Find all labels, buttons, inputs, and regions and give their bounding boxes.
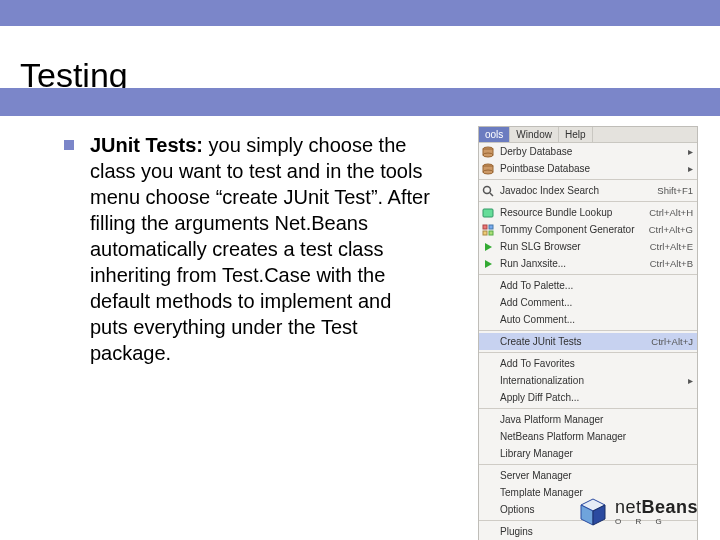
menu-item[interactable]: Server Manager bbox=[479, 467, 697, 484]
blank-icon bbox=[481, 447, 495, 461]
db-icon bbox=[481, 145, 495, 159]
menu-item[interactable]: Pointbase Database▸ bbox=[479, 160, 697, 177]
title-area: Testing bbox=[0, 26, 720, 88]
menu-item-shortcut: Ctrl+Alt+H bbox=[649, 207, 693, 218]
menu-item[interactable]: Internationalization▸ bbox=[479, 372, 697, 389]
blank-icon bbox=[481, 279, 495, 293]
menu-item-create-junit-tests[interactable]: Create JUnit TestsCtrl+Alt+J bbox=[479, 333, 697, 350]
menu-item-label: Add To Palette... bbox=[500, 280, 693, 291]
menu-item-label: Internationalization bbox=[500, 375, 681, 386]
blank-icon bbox=[481, 357, 495, 371]
blank-icon bbox=[481, 430, 495, 444]
svg-point-5 bbox=[483, 170, 493, 174]
search-icon bbox=[481, 184, 495, 198]
menu-item[interactable]: Auto Comment... bbox=[479, 311, 697, 328]
menu-item-label: Javadoc Index Search bbox=[500, 185, 651, 196]
menu-separator bbox=[479, 179, 697, 180]
menu-item[interactable]: NetBeans Platform Manager bbox=[479, 428, 697, 445]
svg-line-7 bbox=[490, 193, 493, 196]
logo-text: netBeans O R G bbox=[615, 498, 698, 526]
bullet-label: JUnit Tests: bbox=[90, 134, 203, 156]
menu-item-shortcut: Ctrl+Alt+B bbox=[650, 258, 693, 269]
blank-icon bbox=[481, 296, 495, 310]
menu-tab-tools[interactable]: ools bbox=[479, 127, 510, 142]
menu-tab-window[interactable]: Window bbox=[510, 127, 559, 142]
blank-icon bbox=[481, 486, 495, 500]
menu-item[interactable]: Run SLG BrowserCtrl+Alt+E bbox=[479, 238, 697, 255]
menu-item-label: Apply Diff Patch... bbox=[500, 392, 693, 403]
menu-item-label: Library Manager bbox=[500, 448, 693, 459]
svg-rect-9 bbox=[483, 225, 487, 229]
blank-icon bbox=[481, 335, 495, 349]
body-content: JUnit Tests: you simply choose the class… bbox=[64, 132, 430, 366]
chevron-right-icon: ▸ bbox=[685, 146, 693, 157]
blank-icon bbox=[481, 503, 495, 517]
menu-separator bbox=[479, 274, 697, 275]
blank-icon bbox=[481, 525, 495, 539]
menu-separator bbox=[479, 464, 697, 465]
run-icon bbox=[481, 257, 495, 271]
blank-icon bbox=[481, 313, 495, 327]
svg-marker-13 bbox=[485, 243, 492, 251]
menu-item[interactable]: Derby Database▸ bbox=[479, 143, 697, 160]
db-icon bbox=[481, 162, 495, 176]
svg-rect-10 bbox=[489, 225, 493, 229]
blank-icon bbox=[481, 374, 495, 388]
menu-item-shortcut: Ctrl+Alt+J bbox=[651, 336, 693, 347]
banner-top-stripe bbox=[0, 0, 720, 26]
menu-tab-help[interactable]: Help bbox=[559, 127, 593, 142]
cube-icon bbox=[579, 498, 607, 526]
menu-separator bbox=[479, 408, 697, 409]
svg-rect-12 bbox=[489, 231, 493, 235]
menu-item[interactable]: Tommy Component GeneratorCtrl+Alt+G bbox=[479, 221, 697, 238]
bullet-icon bbox=[64, 140, 74, 150]
chevron-right-icon: ▸ bbox=[685, 163, 693, 174]
menu-item-shortcut: Ctrl+Alt+E bbox=[650, 241, 693, 252]
logo-brand-bold: Beans bbox=[641, 497, 698, 517]
menu-separator bbox=[479, 201, 697, 202]
svg-rect-11 bbox=[483, 231, 487, 235]
svg-point-6 bbox=[484, 186, 491, 193]
menu-item-label: Tommy Component Generator bbox=[500, 224, 643, 235]
menu-item-label: Pointbase Database bbox=[500, 163, 681, 174]
menu-item-label: Add Comment... bbox=[500, 297, 693, 308]
menu-item-label: Derby Database bbox=[500, 146, 681, 157]
svg-marker-14 bbox=[485, 260, 492, 268]
menu-item-label: Run SLG Browser bbox=[500, 241, 644, 252]
menu-item-label: Java Platform Manager bbox=[500, 414, 693, 425]
menu-item-shortcut: Ctrl+Alt+G bbox=[649, 224, 693, 235]
logo-brand: netBeans bbox=[615, 498, 698, 516]
menu-item[interactable]: Add To Palette... bbox=[479, 277, 697, 294]
menu-item[interactable]: Add Comment... bbox=[479, 294, 697, 311]
menu-item[interactable]: Library Manager bbox=[479, 445, 697, 462]
chevron-right-icon: ▸ bbox=[685, 375, 693, 386]
bullet-row: JUnit Tests: you simply choose the class… bbox=[64, 132, 430, 366]
menu-item-shortcut: Shift+F1 bbox=[657, 185, 693, 196]
bullet-text: JUnit Tests: you simply choose the class… bbox=[90, 132, 430, 366]
menu-item-label: Add To Favorites bbox=[500, 358, 693, 369]
menu-item-label: Run Janxsite... bbox=[500, 258, 644, 269]
menu-item[interactable]: Resource Bundle LookupCtrl+Alt+H bbox=[479, 204, 697, 221]
menubar: ools Window Help bbox=[479, 127, 697, 143]
svg-rect-8 bbox=[483, 209, 493, 217]
menu-separator bbox=[479, 352, 697, 353]
logo-brand-plain: net bbox=[615, 497, 642, 517]
netbeans-logo: netBeans O R G bbox=[579, 498, 698, 526]
blank-icon bbox=[481, 391, 495, 405]
bundle-icon bbox=[481, 206, 495, 220]
menu-item-label: Plugins bbox=[500, 526, 693, 537]
menu-item[interactable]: Apply Diff Patch... bbox=[479, 389, 697, 406]
menu-item[interactable]: Add To Favorites bbox=[479, 355, 697, 372]
menu-body: Derby Database▸Pointbase Database▸Javado… bbox=[479, 143, 697, 540]
component-icon bbox=[481, 223, 495, 237]
menu-item-label: Resource Bundle Lookup bbox=[500, 207, 643, 218]
menu-item-label: Create JUnit Tests bbox=[500, 336, 645, 347]
menu-item[interactable]: Javadoc Index SearchShift+F1 bbox=[479, 182, 697, 199]
run-icon bbox=[481, 240, 495, 254]
banner-mid-stripe bbox=[0, 88, 720, 116]
menu-item[interactable]: Run Janxsite...Ctrl+Alt+B bbox=[479, 255, 697, 272]
bullet-body: you simply choose the class you want to … bbox=[90, 134, 430, 364]
menu-item[interactable]: Java Platform Manager bbox=[479, 411, 697, 428]
blank-icon bbox=[481, 469, 495, 483]
logo-site: O R G bbox=[615, 518, 698, 526]
